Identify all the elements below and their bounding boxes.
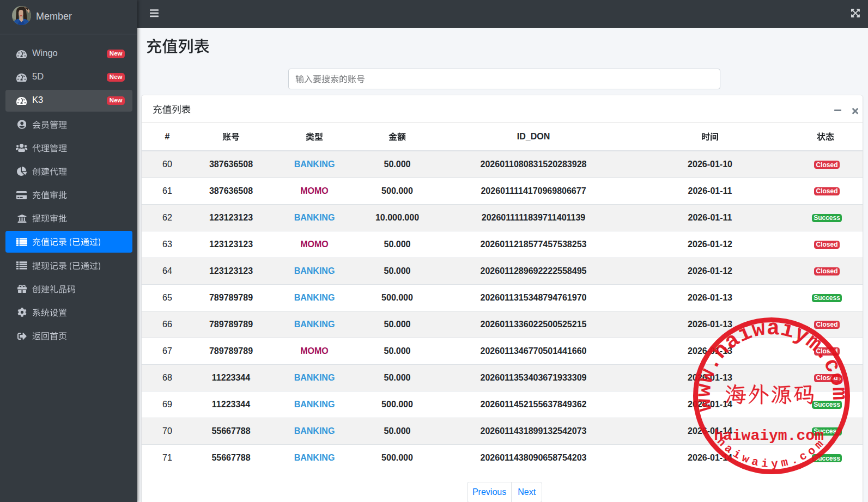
svg-text:www.haiwaiym.com: www.haiwaiym.com (691, 316, 851, 413)
svg-text:haiwaiym.com: haiwaiym.com (714, 427, 824, 444)
